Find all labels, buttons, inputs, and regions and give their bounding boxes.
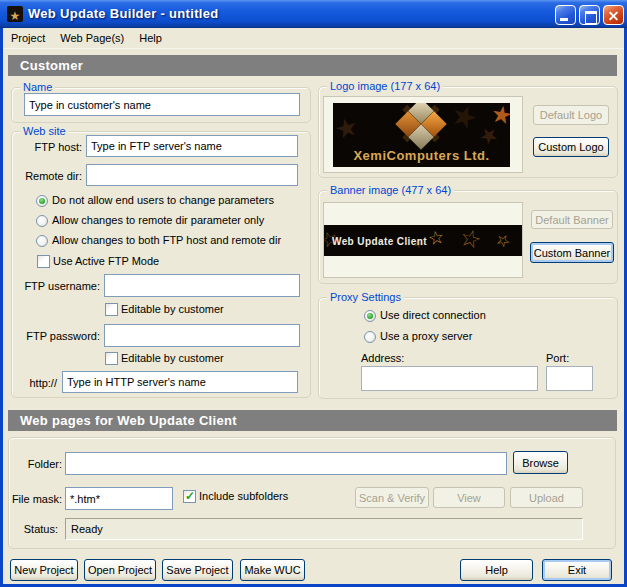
banner-image: Web Update Client [324,225,522,256]
http-input[interactable] [62,371,298,393]
customer-section-header: Customer [8,55,617,76]
active-ftp-checkbox[interactable] [37,255,50,268]
file-mask-input[interactable] [65,487,173,510]
help-button[interactable]: Help [460,559,533,581]
radio-proxy-server-label: Use a proxy server [380,330,472,342]
username-editable-checkbox[interactable] [105,303,118,316]
radio-direct-connection-label: Use direct connection [380,309,486,321]
title-bar[interactable]: Web Update Builder - untitled [0,0,627,28]
banner-image-text: Web Update Client [332,235,427,246]
folder-input[interactable] [65,452,507,475]
password-editable-checkbox[interactable] [105,352,118,365]
ftp-password-label: FTP password: [20,330,100,342]
proxy-port-label: Port: [546,352,569,364]
logo-emblem-icon [397,103,445,148]
app-window: Web Update Builder - untitled Project We… [0,0,627,587]
radio-both-params-label: Allow changes to both FTP host and remot… [52,234,281,246]
website-group-label: Web site [20,124,69,138]
http-label: http:// [17,377,57,389]
custom-banner-button[interactable]: Custom Banner [530,242,614,263]
exit-button[interactable]: Exit [542,559,612,581]
ftp-host-input[interactable] [86,135,298,157]
radio-no-change-label: Do not allow end users to change paramet… [52,194,274,206]
menu-help[interactable]: Help [132,29,169,47]
ftp-password-input[interactable] [104,324,300,347]
browse-button[interactable]: Browse [513,451,568,474]
customer-name-input[interactable] [24,93,300,116]
star-decoration-icon [426,226,446,250]
scan-verify-button[interactable]: Scan & Verify [355,487,429,508]
logo-image: XemiComputers Ltd. [333,103,510,167]
new-project-button[interactable]: New Project [10,559,78,581]
radio-direct-connection[interactable] [364,310,376,322]
proxy-group-label: Proxy Settings [327,290,404,304]
name-group-label: Name [20,80,55,94]
radio-no-change[interactable] [36,195,48,207]
radio-remote-dir-only-label: Allow changes to remote dir parameter on… [52,214,264,226]
default-banner-button[interactable]: Default Banner [531,210,613,229]
password-editable-label: Editable by customer [121,352,224,364]
custom-logo-button[interactable]: Custom Logo [533,137,609,157]
include-subfolders-checkbox[interactable] [183,490,196,503]
proxy-port-input[interactable] [546,366,593,391]
radio-proxy-server[interactable] [364,331,376,343]
make-wuc-button[interactable]: Make WUC [240,559,305,581]
banner-group-label: Banner image (477 x 64) [327,183,454,197]
app-icon [7,6,23,22]
view-button[interactable]: View [433,487,505,508]
ftp-host-label: FTP host: [22,141,82,153]
status-label: Status: [10,523,58,535]
star-decoration-icon [489,103,510,131]
maximize-button[interactable] [579,5,600,25]
folder-label: Folder: [10,458,62,470]
proxy-address-label: Address: [361,352,404,364]
save-project-button[interactable]: Save Project [162,559,233,581]
star-decoration-icon [333,111,362,147]
menu-web-pages[interactable]: Web Page(s) [53,29,131,47]
open-project-button[interactable]: Open Project [84,559,156,581]
star-decoration-icon [457,225,485,255]
upload-button[interactable]: Upload [510,487,583,508]
include-subfolders-label: Include subfolders [199,490,288,502]
close-button[interactable] [603,5,624,25]
radio-both-params[interactable] [36,235,48,247]
ftp-username-input[interactable] [104,274,300,297]
file-mask-label: File mask: [7,493,62,505]
webpages-section-header: Web pages for Web Update Client [8,410,617,431]
client-area: Project Web Page(s) Help Customer Name W… [3,28,624,584]
menu-project[interactable]: Project [4,29,52,47]
radio-remote-dir-only[interactable] [36,215,48,227]
ftp-username-label: FTP username: [20,280,100,292]
minimize-button[interactable] [555,5,576,25]
status-value: Ready [65,518,583,540]
default-logo-button[interactable]: Default Logo [533,105,609,125]
username-editable-label: Editable by customer [121,303,224,315]
active-ftp-label: Use Active FTP Mode [53,255,159,267]
logo-image-text: XemiComputers Ltd. [333,148,510,163]
menu-bar: Project Web Page(s) Help [3,28,624,49]
star-decoration-icon [492,229,514,253]
window-title: Web Update Builder - untitled [28,6,218,21]
logo-group-label: Logo image (177 x 64) [327,79,443,93]
remote-dir-label: Remote dir: [16,170,82,182]
remote-dir-input[interactable] [86,164,298,186]
proxy-address-input[interactable] [361,366,538,391]
